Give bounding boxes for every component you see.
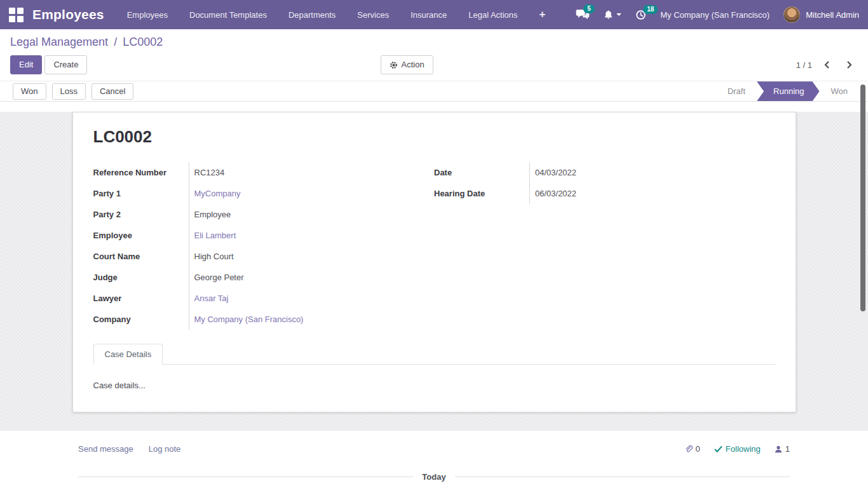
field-value-employee-link[interactable]: Eli Lambert (189, 231, 236, 240)
action-button[interactable]: Action (381, 55, 433, 74)
field-row: Date 04/03/2022 (434, 162, 775, 183)
field-row: Lawyer Ansar Taj (93, 288, 397, 309)
menu-item-employees[interactable]: Employees (127, 10, 168, 20)
app-title[interactable]: Employees (32, 7, 104, 22)
today-divider: Today (78, 472, 790, 482)
user-menu[interactable]: Mitchell Admin (783, 6, 859, 23)
field-label: Court Name (93, 246, 189, 267)
field-label: Party 1 (93, 183, 189, 204)
breadcrumb-parent-link[interactable]: Legal Management (10, 36, 108, 48)
record-title: LC0002 (93, 127, 775, 147)
user-name: Mitchell Admin (806, 10, 859, 20)
field-label: Judge (93, 267, 189, 288)
chevron-left-icon (824, 61, 830, 69)
field-value-party1-link[interactable]: MyCompany (189, 189, 241, 198)
field-row: Reference Number RC1234 (93, 162, 397, 183)
bell-icon (604, 10, 613, 20)
field-label: Party 2 (93, 204, 189, 225)
chevron-right-icon (846, 61, 853, 69)
add-menu-plus-icon[interactable]: + (539, 8, 546, 21)
menu-item-document-templates[interactable]: Document Templates (189, 10, 267, 20)
field-value-hearing-date: 06/03/2022 (530, 189, 576, 198)
field-label: Hearing Date (434, 183, 530, 204)
followers-count: 1 (785, 444, 790, 454)
menu-item-departments[interactable]: Departments (288, 10, 336, 20)
pager: 1 / 1 (796, 58, 858, 71)
state-draft[interactable]: Draft (717, 81, 756, 101)
field-label: Date (434, 162, 530, 183)
form-sheet: LC0002 Reference Number RC1234 Party 1 M… (72, 112, 796, 412)
field-value-judge: George Peter (189, 273, 244, 282)
notifications-bell[interactable] (604, 10, 621, 20)
log-note-button[interactable]: Log note (149, 444, 181, 454)
chatter: Send message Log note 0 Following (0, 431, 868, 488)
field-row: Party 2 Employee (93, 204, 397, 225)
field-value-date: 04/03/2022 (530, 168, 576, 177)
case-details-text: Case details... (93, 365, 775, 390)
messages-icon[interactable]: 5 (576, 9, 590, 20)
field-row: Hearing Date 06/03/2022 (434, 183, 775, 204)
following-toggle[interactable]: Following (714, 444, 761, 454)
pager-previous-button[interactable] (818, 58, 835, 71)
field-value-company-link[interactable]: My Company (San Francisco) (189, 315, 304, 324)
check-icon (714, 445, 722, 452)
loss-button[interactable]: Loss (52, 83, 86, 100)
field-row: Judge George Peter (93, 267, 397, 288)
paperclip-icon (684, 445, 693, 454)
today-label: Today (422, 472, 445, 482)
state-running[interactable]: Running (757, 81, 819, 101)
activities-count-badge: 18 (643, 5, 658, 14)
field-value-party2: Employee (189, 210, 231, 219)
state-won[interactable]: Won (821, 81, 858, 101)
field-value-court-name: High Court (189, 252, 234, 261)
apps-grid-icon[interactable] (9, 8, 24, 22)
user-avatar (783, 6, 800, 23)
field-label: Company (93, 309, 189, 330)
menu-item-services[interactable]: Services (357, 10, 389, 20)
pager-value: 1 / 1 (796, 60, 812, 70)
field-label: Lawyer (93, 288, 189, 309)
field-row: Party 1 MyCompany (93, 183, 397, 204)
won-button[interactable]: Won (13, 83, 46, 100)
notebook-tabs: Case Details (93, 344, 775, 365)
messages-count-badge: 5 (583, 4, 595, 13)
attachments-count: 0 (696, 444, 700, 454)
person-icon (775, 445, 782, 453)
breadcrumb: Legal Management / LC0002 (10, 36, 858, 49)
activities-icon[interactable]: 18 (635, 10, 646, 20)
followers-counter[interactable]: 1 (775, 444, 790, 454)
pager-next-button[interactable] (841, 58, 858, 71)
main-menu: Employees Document Templates Departments… (127, 8, 546, 21)
attachments-counter[interactable]: 0 (684, 444, 700, 454)
field-row: Court Name High Court (93, 246, 397, 267)
field-value-reference-number: RC1234 (189, 168, 225, 177)
menu-item-legal-actions[interactable]: Legal Actions (468, 10, 517, 20)
vertical-scrollbar-thumb[interactable] (860, 85, 865, 311)
send-message-button[interactable]: Send message (78, 444, 133, 454)
cancel-button[interactable]: Cancel (92, 83, 133, 100)
field-value-lawyer-link[interactable]: Ansar Taj (189, 294, 229, 303)
breadcrumb-separator: / (114, 36, 117, 48)
menu-item-insurance[interactable]: Insurance (410, 10, 447, 20)
field-label: Reference Number (93, 162, 189, 183)
form-view-background: LC0002 Reference Number RC1234 Party 1 M… (0, 112, 868, 431)
gear-icon (390, 61, 398, 69)
following-label: Following (726, 444, 761, 454)
top-navbar: Employees Employees Document Templates D… (0, 0, 868, 29)
field-row: Employee Eli Lambert (93, 225, 397, 246)
tab-case-details[interactable]: Case Details (93, 344, 163, 365)
control-panel: Legal Management / LC0002 Edit Create Ac… (0, 29, 868, 81)
breadcrumb-current: LC0002 (123, 36, 163, 48)
statusbar: Won Loss Cancel Draft Running Won (0, 81, 868, 102)
field-label: Employee (93, 225, 189, 246)
action-button-label: Action (402, 60, 424, 69)
field-row: Company My Company (San Francisco) (93, 309, 397, 330)
company-switcher[interactable]: My Company (San Francisco) (660, 10, 770, 20)
chevron-down-icon (616, 13, 621, 16)
